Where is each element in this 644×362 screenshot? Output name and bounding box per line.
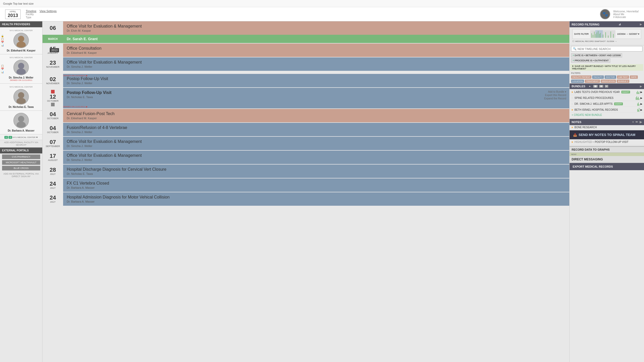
bar bbox=[636, 97, 636, 100]
card-nov23[interactable]: Office Visit for Evaluation & Management… bbox=[63, 57, 569, 71]
timeline-entry-jul28[interactable]: 28 JULY Hospital Discharge Diagnosis for… bbox=[43, 165, 569, 178]
bundle-item-spine[interactable]: ☆ SPINE RELATED PROCEDURES ▶ bbox=[570, 95, 644, 101]
timeline-entry-oct04b[interactable]: 04 OCTOBER Fusion/Refusion of 4-8 Verteb… bbox=[43, 123, 569, 136]
search-section: 🔍 bbox=[570, 46, 643, 51]
card-jul28[interactable]: Hospital Discharge Diagnosis for Cervica… bbox=[63, 165, 569, 178]
bundle-icon-2[interactable]: ⊞ bbox=[599, 85, 603, 88]
date-month-oct04a: OCTOBER bbox=[47, 117, 58, 120]
action-expand[interactable]: Expand the Record bbox=[544, 97, 566, 100]
svg-point-1 bbox=[16, 41, 26, 48]
date-range[interactable]: 10/2004 → 02/2007 ▾ bbox=[617, 33, 639, 35]
timeline-entry-jan15[interactable]: 15 JANUARY Office Consultation Dr. Ekkeh… bbox=[43, 44, 569, 57]
note-spinal-team-row[interactable]: 📤 SEND MY NOTES TO SPINAL TEAM bbox=[570, 130, 644, 139]
bundle-add-icon[interactable]: + bbox=[589, 85, 590, 88]
chip-medication[interactable]: MEDICATION bbox=[601, 80, 616, 83]
card-jul24b[interactable]: Hospital Admission Diagnosis for Motor V… bbox=[63, 192, 569, 206]
search-input[interactable] bbox=[578, 47, 641, 50]
bundle-arrow-3[interactable]: ▶ bbox=[640, 108, 642, 111]
card-jul24a[interactable]: FX C1 Vertebra Closed Dr. Barbara A. Mas… bbox=[63, 178, 569, 192]
bundle-arrow-0[interactable]: ▶ bbox=[640, 91, 642, 93]
create-new-bundle[interactable]: + CREATE NEW BUNDLE bbox=[570, 113, 644, 117]
portal-cvs[interactable]: CVS PHARMACY bbox=[2, 154, 40, 159]
timeline-entry-jul24a[interactable]: 24 JULY FX C1 Vertebra Closed Dr. Barbar… bbox=[43, 178, 569, 192]
bundle-arrow-1[interactable]: ▶ bbox=[640, 97, 642, 99]
about-me-link[interactable]: About Me bbox=[613, 13, 639, 16]
bundle-item-labs[interactable]: ★ LABS TESTS OVER PREVIOUS YEAR SMART ▶ bbox=[570, 89, 644, 95]
filter-icon[interactable]: ⊿ bbox=[618, 23, 621, 26]
topbar-text: Google Top bar text size bbox=[3, 2, 33, 5]
timeline-entry-jul24b[interactable]: 24 JULY Hospital Admission Diagnosis for… bbox=[43, 192, 569, 206]
date-box[interactable]: APRIL 2013 bbox=[5, 10, 21, 19]
bundle-bars-3 bbox=[637, 108, 639, 112]
bundle-icon-1[interactable]: ▤ bbox=[593, 85, 598, 88]
card-oct04b[interactable]: Fusion/Refusion of 4-8 Vertebrae Dr. Sim… bbox=[63, 123, 569, 136]
facility-close[interactable]: ✕ bbox=[36, 136, 38, 139]
provider-card[interactable]: Dr. Barbara A. Masser bbox=[0, 111, 42, 134]
bundles-collapse[interactable]: ▶ bbox=[640, 85, 642, 88]
timeline-entry-nov02[interactable]: 02 NOVEMBER Postop Follow-Up Visit Dr. S… bbox=[43, 74, 569, 87]
chip-facility-patient[interactable]: FACILITY PATIENT bbox=[571, 75, 591, 79]
provider-card[interactable]: 🔒📋📅📊 NYU MEDICAL CENTER Dr. Ekkehard M. … bbox=[0, 27, 42, 54]
bundle-arrow-2[interactable]: ▶ bbox=[640, 102, 642, 105]
chip-bundle2[interactable]: BUNDLE 2 bbox=[617, 80, 629, 83]
smart-bundle-save[interactable]: ✦ SAVE AS SMART BUNDLE • WITH TITLE '07.… bbox=[570, 64, 643, 71]
bundle-item-bethisrael[interactable]: ★ BETH ISRAEL HOSPITAL RECORDS ▶ bbox=[570, 107, 644, 113]
snapshot-checkbox[interactable]: ☐ bbox=[572, 40, 574, 42]
card-sep07[interactable]: Office Visit for Evaluation & Management… bbox=[63, 137, 569, 150]
chip-date[interactable]: DATE bbox=[630, 75, 638, 79]
portal-bluecross[interactable]: BLUE CROSS bbox=[2, 166, 40, 170]
timeline-entry-nov23[interactable]: 23 NOVEMBER Office Visit for Evaluation … bbox=[43, 57, 569, 71]
record-data-graphs[interactable]: RECORD DATA TO GRAPHS bbox=[570, 146, 644, 153]
provider-card[interactable]: 📋📅📊 NYU MEDICAL CENTER Dr. Simcha J. Wel… bbox=[0, 54, 42, 84]
card-doctor-oct04a: Dr. Ekkehard M. Kasper bbox=[67, 117, 566, 120]
portal-healthvault[interactable]: MICROSOFT HEALTHVAULT bbox=[2, 160, 40, 165]
card-jan15[interactable]: Office Consultation Dr. Ekkehard M. Kasp… bbox=[63, 44, 569, 57]
add-portal[interactable]: ADD AN EXTERNAL PORTAL VIA DIRECT SIGN I… bbox=[0, 171, 42, 179]
filter-date[interactable]: + DATE IS • BETWEEN • 3/2007 AND 12/2008 bbox=[571, 53, 622, 57]
bundle-item-simcha[interactable]: ☆ DR. SIMCHA J. WELLER APPTS SMART ▶ bbox=[570, 101, 644, 107]
notes-add-icon[interactable]: + bbox=[632, 120, 634, 124]
notes-pencil-icon[interactable]: ✏ bbox=[635, 120, 638, 124]
note-highlighted[interactable]: ★ HIGHLIGHTED • POSTOP FOLLOW-UP VISIT bbox=[570, 140, 644, 144]
direct-messaging[interactable]: DIRECT MESSAGING bbox=[570, 156, 644, 163]
note-spinal-label: SEND MY NOTES TO SPINAL TEAM bbox=[579, 133, 635, 137]
chip-location[interactable]: LOCATION bbox=[571, 80, 584, 83]
timeline-link[interactable]: Timeline bbox=[26, 10, 36, 13]
note-bone-research[interactable]: ★ BONE RESEARCH bbox=[570, 125, 644, 130]
bundle-icon-3[interactable]: ≡ bbox=[605, 85, 608, 88]
provider-avatar-0 bbox=[13, 33, 29, 48]
add-facility[interactable]: ADD ADDITIONAL FACILITY VIA SEARCH* bbox=[0, 140, 42, 148]
chip-lab-test[interactable]: LAB TEST bbox=[617, 75, 629, 79]
timeline-entry-oct04a[interactable]: 04 OCTOBER Cervical Fusion-Post Tech Dr.… bbox=[43, 109, 569, 122]
notes-collapse[interactable]: ▶ bbox=[640, 120, 642, 124]
chip-treatment[interactable]: TREATMENT bbox=[585, 80, 600, 83]
timeline-entry-aug17[interactable]: 17 AUGUST Office Visit for Evaluation & … bbox=[43, 151, 569, 164]
chart-bar bbox=[611, 31, 611, 38]
card-top[interactable]: Office Visit for Evaluation & Management… bbox=[63, 21, 569, 35]
timeline-area[interactable]: 06 Office Visit for Evaluation & Managem… bbox=[43, 21, 569, 362]
action-add-bundle[interactable]: Add to Bundle ▾ bbox=[548, 90, 566, 93]
card-aug17[interactable]: Office Visit for Evaluation & Management… bbox=[63, 151, 569, 164]
new-label: NEW! bbox=[570, 153, 644, 156]
advocate-link[interactable]: # Advocate bbox=[613, 16, 639, 19]
timeline-entry-sep07[interactable]: 07 SEPTEMBER Office Visit for Evaluation… bbox=[43, 137, 569, 150]
bundle-label-1: SPINE RELATED PROCEDURES bbox=[574, 97, 614, 99]
avatar: 🐾 bbox=[600, 9, 610, 19]
chip-facility[interactable]: FACILITY bbox=[592, 75, 604, 79]
collapse-icon[interactable]: ▶ bbox=[640, 23, 642, 26]
card-nov02[interactable]: Postop Follow-Up Visit Dr. Simcha J. Wel… bbox=[63, 74, 569, 87]
march-bar[interactable]: MARCH Dr. Sarah E. Grant bbox=[43, 35, 569, 43]
filter-procedure[interactable]: + PROCEDURE IS • OUTPATIENT bbox=[571, 58, 610, 63]
export-medical-records-button[interactable]: EXPORT MEDICAL RECORDS bbox=[570, 163, 644, 170]
view-settings-link[interactable]: View Settings bbox=[39, 10, 56, 13]
provider-card[interactable]: NYU MEDICAL CENTER Dr. Nicholas E. Tawa bbox=[0, 84, 42, 111]
snapshot-row: ☐ MEDICAL RECORD SNAPSHOT 01/2004 → bbox=[572, 40, 642, 43]
chip-doctor[interactable]: DOCTOR bbox=[605, 75, 616, 79]
card-oct04a[interactable]: Cervical Fusion-Post Tech Dr. Ekkehard M… bbox=[63, 109, 569, 122]
timeline-entry-oct12[interactable]: 12 OCTOBER Postop Follow-Up Visit Dr. Ni… bbox=[43, 88, 569, 108]
card-oct12[interactable]: Postop Follow-Up Visit Dr. Nicholas E. T… bbox=[63, 88, 569, 108]
action-export[interactable]: Export this Record bbox=[545, 94, 566, 97]
filter-chart[interactable] bbox=[590, 30, 615, 38]
timeline-entry-top[interactable]: 06 Office Visit for Evaluation & Managem… bbox=[43, 21, 569, 35]
search-box[interactable]: 🔍 bbox=[571, 46, 642, 51]
